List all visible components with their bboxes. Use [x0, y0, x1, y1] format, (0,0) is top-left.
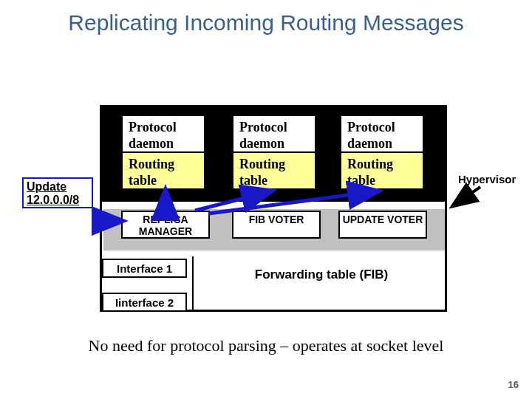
protocol-daemon-box: Protocoldaemon — [232, 115, 316, 153]
divider — [192, 256, 194, 310]
replica-column-1: Protocoldaemon Routingtable — [121, 115, 205, 190]
routing-table-box: Routingtable — [340, 151, 424, 190]
replica-column-3: Protocoldaemon Routingtable — [340, 115, 424, 190]
routing-table-box: Routingtable — [121, 151, 205, 190]
slide-subtitle: No need for protocol parsing – operates … — [0, 336, 532, 355]
interface-2-box: Iinterface 2 — [102, 293, 187, 312]
routing-table-box: Routingtable — [232, 151, 316, 190]
arrow-hypervisor — [454, 187, 480, 205]
forwarding-table-label: Forwarding table (FIB) — [207, 267, 436, 282]
update-line2: 12.0.0.0/8 — [27, 194, 79, 206]
update-line1: Update — [27, 180, 66, 193]
hypervisor-label: Hypervisor — [458, 173, 516, 185]
update-message-label: Update 12.0.0.0/8 — [22, 177, 93, 208]
protocol-daemon-box: Protocoldaemon — [340, 115, 424, 153]
page-number: 16 — [508, 379, 519, 390]
protocol-daemon-box: Protocoldaemon — [121, 115, 205, 153]
fib-voter-box: FIB VOTER — [232, 211, 321, 239]
replica-manager-box: REPLICA MANAGER — [121, 211, 210, 239]
slide-title: Replicating Incoming Routing Messages — [0, 10, 532, 35]
update-voter-box: UPDATE VOTER — [338, 211, 427, 239]
interface-1-box: Interface 1 — [102, 259, 187, 278]
replica-column-2: Protocoldaemon Routingtable — [232, 115, 316, 190]
